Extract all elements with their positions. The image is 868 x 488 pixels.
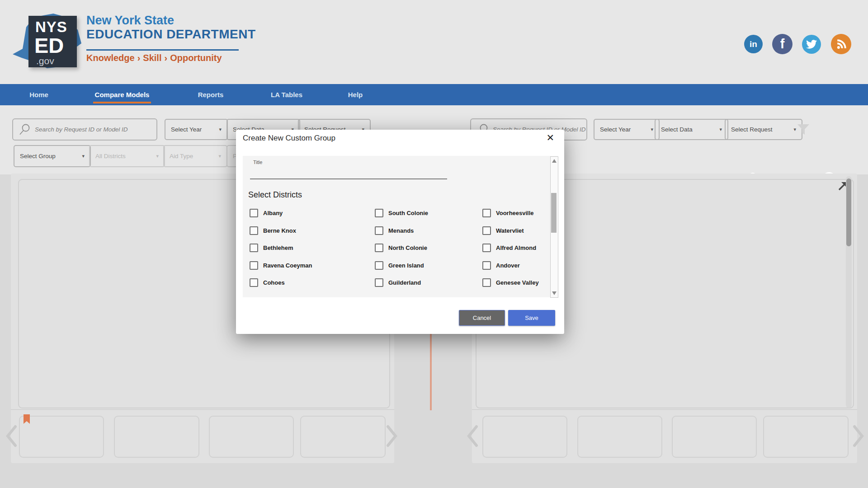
nav-item-help[interactable]: Help (338, 84, 373, 105)
district-checkbox[interactable] (482, 209, 491, 217)
create-group-modal: Create New Custom Group ✕ Title Select D… (236, 130, 564, 334)
nav-item-la-tables[interactable]: LA Tables (261, 84, 312, 105)
modal-scrollbar-thumb[interactable] (551, 193, 557, 233)
chevron-down-icon: ▾ (82, 153, 85, 159)
title-field-label: Title (253, 160, 262, 165)
dropdown-label: Select Group (20, 153, 56, 160)
cancel-button[interactable]: Cancel (459, 310, 505, 326)
search-input-left[interactable]: Search by Request ID or Model ID (12, 118, 157, 141)
right-carousel-prev-icon[interactable] (467, 425, 478, 447)
close-icon[interactable]: ✕ (546, 132, 554, 143)
scroll-down-icon[interactable] (552, 291, 557, 295)
district-checkbox[interactable] (482, 226, 491, 235)
tagline-chevron: › (161, 53, 170, 63)
aid-type-dropdown[interactable]: Aid Type▾ (163, 145, 227, 167)
chevron-down-icon: ▾ (793, 127, 796, 132)
district-label: Ravena Coeyman (263, 262, 312, 269)
district-checkbox[interactable] (482, 244, 491, 252)
filter-funnel-icon[interactable] (797, 123, 810, 136)
all-districts-dropdown[interactable]: All Districts▾ (89, 145, 165, 167)
nav-item-reports[interactable]: Reports (187, 84, 234, 105)
district-label: Guilderland (388, 279, 421, 286)
right-carousel-card-4[interactable] (763, 416, 849, 458)
district-checkbox[interactable] (250, 226, 258, 235)
tagline-chevron: › (135, 53, 143, 63)
district-option: Alfred Almond (482, 244, 548, 252)
dropdown-label: All Districts (95, 153, 126, 160)
district-checkbox[interactable] (375, 261, 383, 270)
chevron-down-icon: ▾ (219, 127, 222, 132)
district-checkbox[interactable] (482, 278, 491, 287)
save-button[interactable]: Save (508, 310, 555, 326)
district-checkbox[interactable] (250, 261, 258, 270)
left-carousel-card-4[interactable] (300, 416, 386, 458)
chevron-down-icon: ▾ (218, 153, 221, 159)
right-carousel-card-1[interactable] (482, 416, 567, 458)
district-option: Ravena Coeyman (250, 262, 375, 269)
district-checkbox[interactable] (375, 278, 383, 287)
left-carousel-prev-icon[interactable] (5, 425, 17, 447)
facebook-icon[interactable]: f (772, 34, 793, 54)
district-option: Green Island (375, 262, 482, 269)
select-group-dropdown[interactable]: Select Group▾ (14, 145, 91, 167)
left-carousel-card-1[interactable] (19, 416, 104, 458)
dropdown-label: Select Year (171, 126, 202, 133)
search-placeholder: Search by Request ID or Model ID (35, 126, 128, 133)
dropdown-label: Select Year (600, 126, 631, 133)
left-carousel-card-3[interactable] (209, 416, 294, 458)
district-option: Genesee Valley (482, 279, 548, 286)
district-label: Bethlehem (263, 244, 293, 251)
district-option: South Colonie (375, 209, 482, 217)
left-carousel-card-2[interactable] (114, 416, 199, 458)
dropdown-label: Aid Type (170, 153, 193, 160)
district-label: Green Island (388, 262, 424, 269)
nav-item-compare-models[interactable]: Compare Models (90, 84, 155, 105)
district-checkbox[interactable] (250, 209, 258, 217)
district-label: Voorheesville (496, 210, 534, 216)
logo-text-ed: ED (34, 33, 64, 58)
modal-title: Create New Custom Group (243, 134, 335, 143)
title-input[interactable] (250, 168, 447, 179)
right-carousel-card-3[interactable] (672, 416, 757, 458)
twitter-bird-glyph (806, 39, 817, 49)
district-checkbox[interactable] (250, 278, 258, 287)
district-label: Genesee Valley (496, 279, 539, 286)
select-year-dropdown-right[interactable]: Select Year▾ (594, 119, 660, 140)
district-label: Alfred Almond (496, 244, 536, 251)
twitter-icon[interactable] (802, 35, 821, 54)
district-option: Berne Knox (250, 227, 375, 235)
left-pane-divider (11, 409, 394, 410)
select-request-dropdown-right[interactable]: Select Request▾ (725, 119, 802, 140)
district-checkbox[interactable] (250, 244, 258, 252)
tagline-word: Knowledge (86, 53, 135, 63)
district-label: Cohoes (263, 279, 285, 286)
nysed-logo[interactable]: NYS ED .gov (28, 16, 77, 67)
scroll-up-icon[interactable] (552, 159, 557, 163)
select-data-dropdown-right[interactable]: Select Data▾ (655, 119, 728, 140)
district-checkbox[interactable] (375, 209, 383, 217)
district-checkbox[interactable] (375, 244, 383, 252)
nav-item-home[interactable]: Home (22, 84, 56, 105)
district-label: South Colonie (388, 210, 428, 216)
linkedin-glyph: in (750, 39, 757, 49)
left-carousel-next-icon[interactable] (386, 425, 398, 447)
modal-scrollbar[interactable] (550, 156, 558, 298)
tagline-word: Opportunity (170, 53, 222, 63)
linkedin-icon[interactable]: in (744, 35, 763, 53)
district-option: North Colonie (375, 244, 482, 252)
select-year-dropdown-left[interactable]: Select Year▾ (165, 119, 228, 140)
tagline-word: Skill (143, 53, 161, 63)
district-checkbox[interactable] (482, 261, 491, 270)
district-option: Bethlehem (250, 244, 375, 252)
app-root: NYS ED .gov New York State EDUCATION DEP… (0, 0, 868, 488)
district-option: Watervliet (482, 227, 548, 235)
rss-icon[interactable] (831, 34, 851, 54)
search-icon (19, 123, 31, 136)
logo-text-gov: .gov (36, 56, 54, 66)
right-carousel-next-icon[interactable] (853, 425, 864, 447)
district-label: Berne Knox (263, 227, 296, 234)
panel-scrollbar-thumb[interactable] (846, 178, 851, 246)
modal-body: Title Select Districts Albany South Colo… (243, 156, 558, 297)
district-checkbox[interactable] (375, 226, 383, 235)
right-carousel-card-2[interactable] (577, 416, 662, 458)
